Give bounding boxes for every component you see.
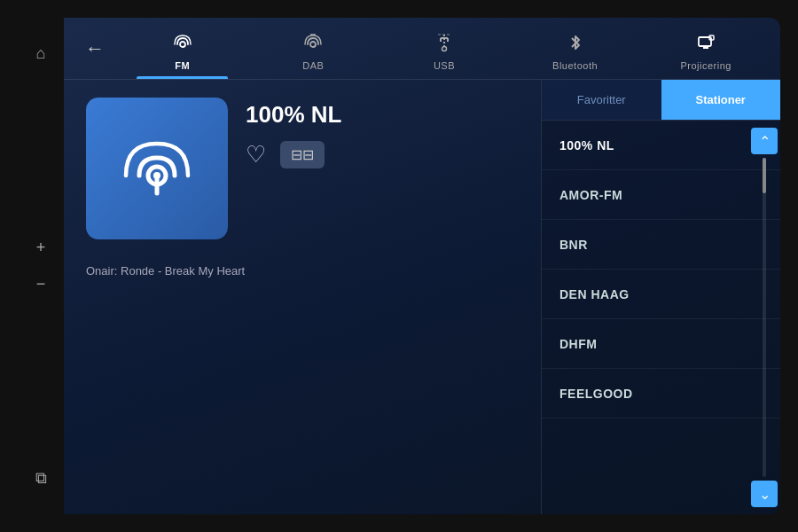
tab-dab[interactable]: DAB — [248, 18, 379, 79]
favorite-button[interactable]: ♡ — [246, 141, 266, 168]
tab-favoritter[interactable]: Favoritter — [542, 80, 661, 120]
station-name: 100% NL — [246, 101, 341, 129]
controls-row: ♡ ⊟⊟ — [246, 141, 341, 168]
station-item-label-2: BNR — [559, 238, 588, 252]
station-item-label-0: 100% NL — [559, 138, 614, 153]
minus-icon[interactable]: − — [36, 275, 46, 293]
scroll-track — [763, 158, 766, 477]
dab-icon — [303, 33, 323, 57]
main-screen: ← FM — [64, 18, 780, 514]
station-item-3[interactable]: DEN HAAG — [542, 270, 780, 319]
tab-fm[interactable]: FM — [117, 18, 248, 79]
now-playing-text: Onair: Ronde - Break My Heart — [86, 264, 519, 278]
station-item-5[interactable]: FEELGOOD — [542, 369, 780, 419]
stationer-label: Stationer — [696, 93, 746, 106]
svg-point-0 — [180, 42, 185, 47]
station-item-label-1: AMOR-FM — [559, 188, 622, 202]
station-item-1[interactable]: AMOR-FM — [542, 170, 780, 220]
right-panel: Favoritter Stationer 100% NL AMOR-FM BNR — [541, 80, 780, 514]
device-frame: ⌂ + − ⧉ ← FM — [18, 18, 780, 514]
station-item-0[interactable]: 100% NL — [542, 121, 780, 170]
back-button[interactable]: ← — [73, 37, 117, 60]
tab-bluetooth-label: Bluetooth — [552, 60, 598, 71]
left-panel: 100% NL ♡ ⊟⊟ Onair: Ronde - Break My Hea… — [64, 80, 541, 514]
tab-dab-label: DAB — [302, 60, 324, 71]
presets-icon: ⊟⊟ — [291, 146, 314, 163]
tab-fm-label: FM — [175, 60, 190, 71]
station-item-4[interactable]: DHFM — [542, 319, 780, 369]
tab-projicering[interactable]: Projicering — [640, 18, 771, 79]
scroll-up-button[interactable]: ⌃ — [751, 128, 778, 154]
right-tabs: Favoritter Stationer — [542, 80, 780, 121]
content-area: 100% NL ♡ ⊟⊟ Onair: Ronde - Break My Hea… — [64, 80, 780, 514]
tab-usb[interactable]: USB — [379, 18, 510, 79]
radio-tower-icon — [113, 124, 201, 213]
tab-projicering-label: Projicering — [680, 60, 731, 71]
plus-icon[interactable]: + — [36, 239, 46, 257]
svg-point-1 — [310, 42, 316, 47]
projicering-icon — [696, 33, 716, 57]
tab-usb-label: USB — [434, 60, 455, 71]
home-icon[interactable]: ⌂ — [36, 44, 46, 63]
scroll-thumb — [763, 158, 766, 193]
nav-bar: ← FM — [64, 18, 780, 80]
station-item-label-4: DHFM — [559, 337, 597, 351]
station-item-2[interactable]: BNR — [542, 220, 780, 270]
bluetooth-icon — [566, 33, 585, 57]
stations-list: 100% NL AMOR-FM BNR DEN HAAG DHFM — [542, 121, 780, 514]
station-info: 100% NL ♡ ⊟⊟ — [246, 98, 341, 250]
side-controls: ⌂ + − ⧉ — [18, 18, 64, 514]
svg-point-7 — [442, 47, 446, 51]
station-item-label-5: FEELGOOD — [559, 387, 633, 401]
back-icon: ← — [85, 37, 105, 60]
scroll-indicator: ⌃ ⌄ — [748, 121, 780, 514]
station-item-label-3: DEN HAAG — [559, 287, 630, 301]
copy-icon[interactable]: ⧉ — [35, 469, 47, 488]
usb-icon — [434, 33, 454, 57]
fm-icon — [173, 33, 192, 57]
tab-bluetooth[interactable]: Bluetooth — [510, 18, 641, 79]
tab-stationer[interactable]: Stationer — [661, 80, 781, 120]
favoritter-label: Favoritter — [577, 93, 626, 106]
scroll-down-button[interactable]: ⌄ — [751, 481, 778, 507]
station-card — [86, 98, 228, 239]
presets-button[interactable]: ⊟⊟ — [280, 141, 325, 168]
